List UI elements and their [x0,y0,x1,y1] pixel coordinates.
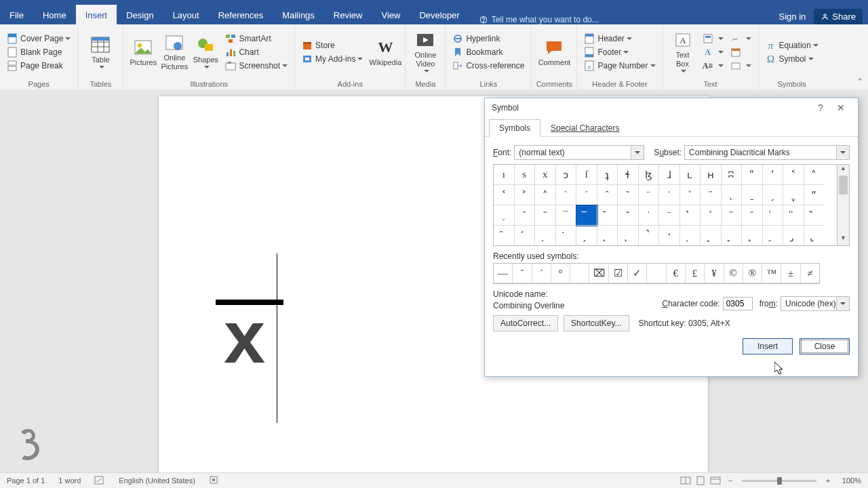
subset-combo[interactable]: Combining Diacritical Marks [684,145,850,160]
symbol-grid-cell[interactable]: ɔ [556,165,577,185]
symbol-grid-cell[interactable]: s [515,165,536,185]
symbol-grid-cell[interactable]: ̍ [763,205,784,226]
recent-symbol-cell[interactable] [570,264,589,283]
symbol-grid-cell[interactable]: ˚ [680,185,701,205]
symbol-grid-cell[interactable]: ˃ [515,185,536,205]
hyperlink-button[interactable]: Hyperlink [452,33,524,44]
symbol-grid-cell[interactable]: x [535,165,556,185]
symbol-grid-cell[interactable]: ̙ [618,226,639,245]
recent-symbol-cell[interactable]: ☑ [609,264,628,283]
pictures-button[interactable]: Pictures [127,38,159,67]
symbol-grid-cell[interactable]: ̅ [576,205,597,226]
bookmark-button[interactable]: Bookmark [452,47,524,58]
symbol-grid-cell[interactable]: ˂ [783,165,804,185]
view-print-layout[interactable] [693,473,708,488]
symbol-grid[interactable]: ısxɔſʇɬɮɺʟʜʭʺʹ˂˄˂˃˄`´ˆ˜¨˙˚˝˛ˍˏˬˮ˯ˆ˜¯̅̄˘˙… [493,164,837,246]
symbol-grid-cell[interactable]: ˇ [742,205,763,226]
tab-developer[interactable]: Developer [410,5,469,24]
symbol-grid-cell[interactable]: ˜ [618,185,639,205]
insert-button[interactable]: Insert [743,338,793,354]
symbol-grid-cell[interactable]: ̛ [659,226,680,245]
symbol-grid-cell[interactable]: ¨ [639,185,660,205]
zoom-in[interactable]: + [821,473,835,488]
symbol-grid-cell[interactable]: ʜ [701,165,722,185]
symbol-grid-cell[interactable]: ˯ [494,205,515,226]
tab-design[interactable]: Design [117,5,163,24]
symbol-grid-cell[interactable]: ˚ [701,205,722,226]
zoom-slider[interactable] [742,480,816,482]
symbol-grid-cell[interactable]: ɬ [618,165,639,185]
symbol-grid-cell[interactable]: ı [494,165,515,185]
sign-in[interactable]: Sign in [779,12,806,22]
recent-symbol-cell[interactable]: € [667,264,686,283]
recent-symbol-cell[interactable]: ˆ [513,264,532,283]
zoom-level[interactable]: 100% [835,476,868,485]
share-button[interactable]: Share [814,9,863,24]
symbol-grid-cell[interactable]: ˝ [722,205,743,226]
cover-page-button[interactable]: Cover Page [7,33,71,44]
close-button[interactable]: Close [800,338,850,354]
symbol-grid-cell[interactable]: ̇ [556,226,577,245]
header-button[interactable]: Header [584,33,655,44]
symbol-grid-cell[interactable]: ˆ [515,205,536,226]
char-code-input[interactable] [723,297,753,310]
symbol-grid-cell[interactable]: ̜ [680,226,701,245]
symbol-grid-cell[interactable]: ˆ [597,185,618,205]
tell-me[interactable]: Tell me what you want to do... [479,15,599,24]
symbol-grid-cell[interactable]: ̚ [639,226,660,245]
status-language[interactable]: English (United States) [112,476,202,485]
symbol-grid-cell[interactable]: ˄ [535,185,556,205]
drop-cap-button[interactable]: A≡ [703,60,724,71]
font-combo[interactable]: (normal text) [514,145,644,160]
my-addins-button[interactable]: My Add-ins [302,54,363,64]
symbol-grid-cell[interactable]: ˝ [701,185,722,205]
from-combo[interactable]: Unicode (hex) [781,296,850,311]
page-number-button[interactable]: #Page Number [584,60,655,71]
symbol-grid-cell[interactable]: ʹ [763,165,784,185]
tab-review[interactable]: Review [324,5,372,24]
dialog-tab-symbols[interactable]: Symbols [489,119,540,137]
recent-symbol-cell[interactable]: £ [686,264,705,283]
object-button[interactable] [730,60,751,71]
symbol-grid-scrollbar[interactable]: ▲ ▼ [837,164,850,246]
dialog-tab-special[interactable]: Special Characters [540,119,629,137]
symbol-grid-cell[interactable]: ˄ [804,165,825,185]
recent-symbol-cell[interactable]: ° [551,264,570,283]
online-pictures-button[interactable]: OnlinePictures [159,33,190,71]
recent-symbol-cell[interactable]: © [724,264,743,283]
recent-symbol-cell[interactable]: ⌧ [589,264,608,283]
store-button[interactable]: Store [302,40,363,51]
smartart-button[interactable]: SmartArt [225,33,288,44]
recent-symbol-cell[interactable]: ´ [532,264,551,283]
symbol-button[interactable]: ΩSymbol [766,54,818,64]
symbol-grid-cell[interactable]: ̠ [763,226,784,245]
symbol-grid-cell[interactable]: ʇ [597,165,618,185]
dialog-help-button[interactable]: ? [810,102,831,113]
symbol-grid-cell[interactable]: ̉ [680,205,701,226]
autocorrect-button[interactable]: AutoCorrect... [493,315,558,331]
tab-file[interactable]: File [0,5,33,24]
symbol-grid-cell[interactable]: ´ [576,185,597,205]
chart-button[interactable]: Chart [225,47,288,58]
symbol-grid-cell[interactable]: ˬ [783,185,804,205]
status-spellcheck-icon[interactable] [87,475,112,486]
symbol-grid-cell[interactable]: ̘ [597,226,618,245]
recent-symbol-cell[interactable]: ® [743,264,762,283]
equation-button[interactable]: πEquation [766,40,818,51]
symbol-grid-cell[interactable]: ̎ [783,205,804,226]
symbol-grid-cell[interactable]: ̢ [804,226,825,245]
status-words[interactable]: 1 word [52,476,87,485]
online-video-button[interactable]: OnlineVideo [410,30,441,74]
tab-references[interactable]: References [209,5,273,24]
symbol-grid-cell[interactable]: ` [556,185,577,205]
tab-layout[interactable]: Layout [163,5,209,24]
signature-line-button[interactable] [730,33,751,44]
symbol-grid-cell[interactable]: ˂ [494,185,515,205]
cross-reference-button[interactable]: Cross-reference [452,60,524,71]
symbol-grid-cell[interactable]: ʭ [722,165,743,185]
tab-home[interactable]: Home [33,5,76,24]
status-page[interactable]: Page 1 of 1 [0,476,52,485]
symbol-grid-cell[interactable]: ʺ [742,165,763,185]
page-break-button[interactable]: Page Break [7,60,71,71]
dialog-close-button[interactable]: ✕ [831,102,851,113]
